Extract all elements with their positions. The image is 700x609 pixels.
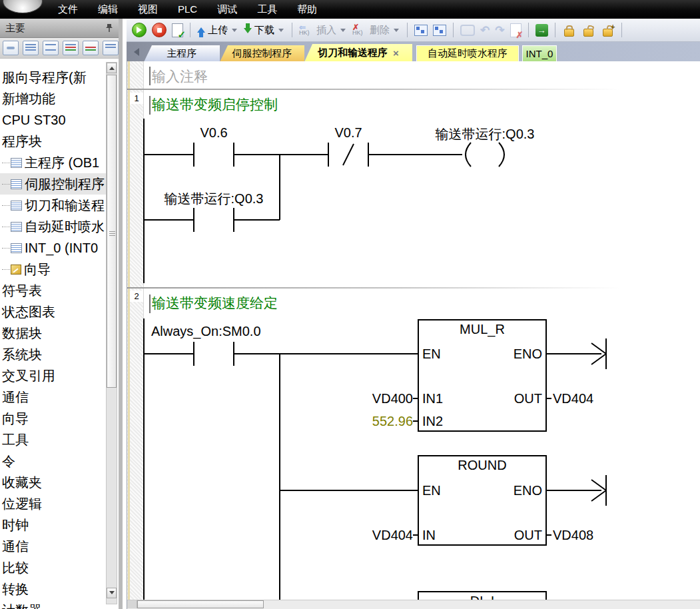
tree-item-servo-program[interactable]: 伺服控制程序 xyxy=(0,173,109,195)
tree-item-int0[interactable]: INT_0 (INT0 xyxy=(0,237,109,259)
coil-q03-label[interactable]: 输送带运行:Q0.3 xyxy=(436,125,535,143)
go-to-button[interactable]: → xyxy=(534,23,549,38)
tree-item-spray-program[interactable]: 自动延时喷水 xyxy=(0,216,109,237)
tree-item-symbol-table[interactable]: 符号表 xyxy=(0,280,109,301)
tree-vertical-scrollbar[interactable] xyxy=(106,62,117,604)
colored-table-view-icon[interactable] xyxy=(63,41,79,55)
tab-close-icon[interactable]: × xyxy=(393,47,399,59)
tree-item-communication[interactable]: 通信 xyxy=(0,386,109,408)
network-1-comment[interactable]: 输送带变频启停控制 xyxy=(152,95,278,114)
network-2-comment[interactable]: 输送带变频速度给定 xyxy=(152,294,278,312)
program-comment-hint[interactable]: 输入注释 xyxy=(152,67,208,86)
network-view-button-1[interactable] xyxy=(413,23,429,37)
screen-view-icon[interactable] xyxy=(103,41,119,55)
table-view-icon[interactable] xyxy=(23,41,39,55)
tree-item-communication2[interactable]: 通信 xyxy=(0,536,109,557)
plc-ide-window: { "window": { "menus": ["文件","编辑","视图","… xyxy=(0,0,700,609)
editor-horizontal-scrollbar[interactable] xyxy=(127,600,700,609)
upload-dropdown-icon[interactable] xyxy=(232,29,237,35)
contact-v06-label[interactable]: V0.6 xyxy=(200,125,227,141)
tree-item-cutter-program[interactable]: 切刀和输送程 xyxy=(0,195,109,216)
tab-cutter-program-active[interactable]: 切刀和输送程序 × xyxy=(304,44,412,62)
redo-button[interactable]: ↷ xyxy=(494,23,506,37)
tree-item-compare[interactable]: 比较 xyxy=(0,557,109,578)
pin-icon[interactable] xyxy=(105,23,113,33)
stop-button[interactable] xyxy=(151,21,168,39)
tree-item-counters[interactable]: 计数器 xyxy=(0,600,109,609)
contact-sm00-label[interactable]: Always_On:SM0.0 xyxy=(151,324,261,339)
tab-servo-program[interactable]: 伺服控制程序 xyxy=(220,45,304,62)
menu-view[interactable]: 视图 xyxy=(128,1,168,19)
ladder-editor[interactable]: 输入注释 1 输送带变频启停控制 V0.6 V0.7 输送带运行:Q0.3 输送… xyxy=(127,61,700,609)
tree-item-new-features[interactable]: 新增功能 xyxy=(0,88,109,109)
document-view-icon[interactable] xyxy=(43,41,59,55)
menu-tools[interactable]: 工具 xyxy=(247,1,287,19)
cancel-edit-button[interactable]: ✗ xyxy=(509,22,523,39)
tab-int0[interactable]: INT_0 xyxy=(522,45,557,62)
run-button[interactable] xyxy=(131,21,148,39)
scroll-down-button[interactable] xyxy=(107,588,117,598)
network-1-number[interactable]: 1 xyxy=(130,93,143,104)
net1-coil-right-paren xyxy=(499,143,504,167)
tab-scroll-left-icon[interactable] xyxy=(130,48,139,56)
compile-button[interactable]: ✓ xyxy=(171,22,184,39)
insert-button[interactable]: HK)⇐ 插入 xyxy=(298,23,348,38)
tag-view-icon[interactable] xyxy=(3,41,19,55)
wizard-icon xyxy=(11,265,21,275)
delete-button[interactable]: HK)✗ 删除 xyxy=(351,23,402,38)
tree-item-instructions[interactable]: 令 xyxy=(0,450,109,472)
tree-item-data-block[interactable]: 数据块 xyxy=(0,322,109,344)
menu-help[interactable]: 帮助 xyxy=(287,1,327,19)
tree-item-favorites[interactable]: 收藏夹 xyxy=(0,472,109,493)
tree-item-wizard2[interactable]: 向导 xyxy=(0,408,109,429)
unlock-button[interactable] xyxy=(580,23,597,38)
tab-spray-program[interactable]: 自动延时喷水程序 xyxy=(416,45,519,62)
horizontal-scrollbar-thumb[interactable] xyxy=(137,600,264,608)
network-2-number[interactable]: 2 xyxy=(130,291,143,302)
tree-item-bit-logic[interactable]: 位逻辑 xyxy=(0,493,109,514)
title-bar: 文件 编辑 视图 PLC 调试 工具 帮助 xyxy=(0,0,700,19)
upload-button[interactable]: 上传 xyxy=(196,22,240,39)
menu-plc[interactable]: PLC xyxy=(168,1,207,19)
branch-contact-q03-label[interactable]: 输送带运行:Q0.3 xyxy=(165,190,264,208)
tree-item-status-chart[interactable]: 状态图表 xyxy=(0,301,109,322)
download-button[interactable]: 下载 xyxy=(242,22,286,39)
tree-item-system-block[interactable]: 系统块 xyxy=(0,344,109,365)
tree-item-cpu[interactable]: CPU ST30 xyxy=(0,109,109,131)
menu-file[interactable]: 文件 xyxy=(48,1,88,19)
chart-view-icon[interactable] xyxy=(83,41,99,55)
network-view-button-2[interactable] xyxy=(432,23,448,37)
lock-add-button[interactable]: + xyxy=(599,23,616,38)
insert-dropdown-icon[interactable] xyxy=(340,29,346,35)
mul-in1-operand[interactable]: VD400 xyxy=(347,391,413,406)
contact-v07-label[interactable]: V0.7 xyxy=(334,125,362,141)
mul-block-title[interactable]: MUL_R xyxy=(460,322,505,337)
toolbar-separator xyxy=(407,23,408,37)
network-separator xyxy=(127,89,620,90)
mul-in2-operand[interactable]: 552.96 xyxy=(347,414,413,429)
round-in-operand[interactable]: VD404 xyxy=(347,528,413,543)
pou-icon xyxy=(11,158,22,168)
tree-item-servo-wizard[interactable]: 服向导程序(新 xyxy=(0,67,109,88)
mul-out-operand[interactable]: VD404 xyxy=(553,391,593,406)
round-block-title[interactable]: ROUND xyxy=(458,458,506,473)
scrollbar-thumb[interactable] xyxy=(107,75,117,388)
round-out-operand[interactable]: VD408 xyxy=(553,528,593,543)
tree-item-main-ob1[interactable]: 主程序 (OB1 xyxy=(0,152,109,173)
tree-item-clock[interactable]: 时钟 xyxy=(0,514,109,536)
tree-item-cross-reference[interactable]: 交叉引用 xyxy=(0,365,109,386)
tab-main-program[interactable]: 主程序 xyxy=(144,45,220,62)
lock-button[interactable] xyxy=(561,23,577,38)
menu-debug[interactable]: 调试 xyxy=(207,1,247,19)
tree-item-convert[interactable]: 转换 xyxy=(0,578,109,600)
undo-button[interactable]: ↶ xyxy=(479,23,491,37)
tree-item-wizard[interactable]: 向导 xyxy=(0,259,109,280)
tree-item-program-block[interactable]: 程序块 xyxy=(0,131,109,152)
download-dropdown-icon[interactable] xyxy=(278,29,284,35)
tree-item-tools[interactable]: 工具 xyxy=(0,429,109,450)
menu-edit[interactable]: 编辑 xyxy=(88,1,128,19)
delete-dropdown-icon[interactable] xyxy=(394,29,399,35)
app-logo-button[interactable] xyxy=(3,0,43,13)
select-box-button[interactable] xyxy=(459,23,476,37)
scroll-up-button[interactable] xyxy=(107,63,117,73)
